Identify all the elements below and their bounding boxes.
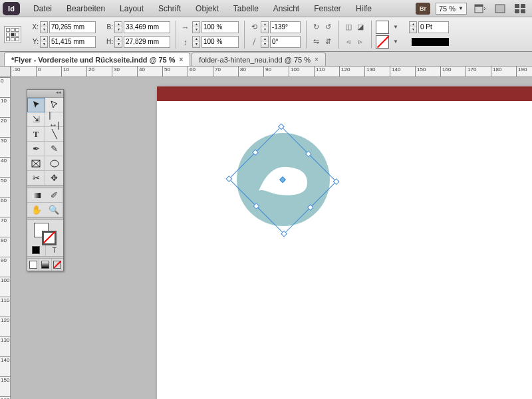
svg-rect-3 [495,5,505,13]
scissors-tool[interactable]: ✂ [27,171,45,186]
tools-titlebar[interactable]: ◂◂ [27,90,63,98]
chevron-down-icon: ▼ [458,5,464,11]
screen-mode-icon[interactable] [492,2,508,15]
menu-ansicht[interactable]: Ansicht [267,1,306,16]
pencil-tool[interactable]: ✎ [45,142,63,156]
svg-rect-12 [33,193,41,198]
flip-v-icon[interactable]: ⇵ [323,37,333,47]
handle-bl[interactable] [225,176,232,182]
select-container-icon[interactable]: ◫ [343,22,354,33]
y-input[interactable] [49,36,96,48]
doc-tab-label: *Flyer - Vorderseite und Rückseite.indd … [11,56,175,64]
chevron-down-icon[interactable]: ▼ [390,37,401,47]
shear-stepper[interactable]: ▴▾ [261,36,269,48]
horizontal-ruler[interactable]: -100102030405060708090100110120130140150… [11,66,532,77]
tools-panel: ◂◂ ⇲ |↔| T ╲ ✒ ✎ ✂ ✥ ✐ ✋ [27,89,64,271]
w-stepper[interactable]: ▴▾ [114,21,122,33]
doc-tab-folder[interactable]: folder-a3-hinten_neu.indd @ 75 % × [192,53,326,66]
shear-input[interactable] [270,36,301,48]
close-icon[interactable]: × [179,56,183,63]
apply-formatting-text-icon[interactable]: T [46,244,64,256]
gradient-mode-icon[interactable] [39,259,51,271]
flip-h-icon[interactable]: ⇋ [311,37,321,47]
rotate-input[interactable] [270,21,301,33]
zoom-tool[interactable]: 🔍 [45,203,63,217]
menu-layout[interactable]: Layout [113,1,150,16]
handle-tl[interactable] [278,123,285,130]
menu-hilfe[interactable]: Hilfe [349,1,378,16]
canvas[interactable]: ◂◂ ⇲ |↔| T ╲ ✒ ✎ ✂ ✥ ✐ ✋ [11,77,532,399]
menu-objekt[interactable]: Objekt [189,1,225,16]
handle-br[interactable] [281,231,287,237]
menu-bar: Id Datei Bearbeiten Layout Schrift Objek… [0,0,532,17]
none-mode-icon[interactable] [52,259,63,271]
handle-tr[interactable] [333,178,340,185]
arrange-icon[interactable] [512,2,528,15]
fill-swatch[interactable] [376,21,389,34]
gap-tool[interactable]: |↔| [45,112,63,127]
stroke-weight-input[interactable] [418,21,449,33]
rotate-stepper[interactable]: ▴▾ [261,21,269,33]
menu-datei[interactable]: Datei [27,1,59,16]
hand-tool[interactable]: ✋ [27,203,45,217]
pen-tool[interactable]: ✒ [27,142,45,156]
page-tool[interactable]: ⇲ [27,112,45,127]
normal-mode-icon[interactable] [27,259,39,271]
svg-point-11 [51,160,59,167]
scale-y-input[interactable] [201,36,239,48]
menu-bearbeiten[interactable]: Bearbeiten [60,1,112,16]
w-label: B: [104,23,113,31]
eyedropper-tool[interactable]: ✐ [45,188,63,203]
stroke-weight-stepper[interactable]: ▴▾ [409,21,417,33]
select-prev-icon[interactable]: ◃ [343,37,354,47]
x-label: X: [29,23,39,31]
stroke-proxy[interactable] [42,231,57,245]
workspace: -100102030405060708090100110120130140150… [0,66,532,399]
line-tool[interactable]: ╲ [45,127,63,142]
scale-x-input[interactable] [201,21,239,33]
close-icon[interactable]: × [315,56,319,63]
apply-color-icon[interactable] [27,244,46,256]
ruler-origin[interactable] [0,66,11,77]
fill-stroke-proxy[interactable] [27,220,63,244]
scale-y-stepper[interactable]: ▴▾ [192,36,200,48]
selection-tool[interactable] [27,98,45,112]
reference-point-widget[interactable] [4,26,21,43]
doc-tab-label: folder-a3-hinten_neu.indd @ 75 % [199,56,311,64]
handle-center[interactable] [279,176,286,183]
select-next-icon[interactable]: ▹ [355,37,366,47]
shear-icon: ⧸ [249,37,259,47]
menu-fenster[interactable]: Fenster [307,1,348,16]
rectangle-tool[interactable] [45,156,63,171]
vertical-ruler[interactable]: 0102030405060708090100110120130140150160 [0,77,11,399]
x-stepper[interactable]: ▴▾ [40,21,48,33]
doc-tab-flyer[interactable]: *Flyer - Vorderseite und Rückseite.indd … [4,53,190,66]
gradient-tool[interactable] [27,188,45,203]
page-header-bar [157,86,532,101]
menu-schrift[interactable]: Schrift [152,1,188,16]
transform-tool[interactable]: ✥ [45,171,63,186]
menu-tabelle[interactable]: Tabelle [227,1,265,16]
x-input[interactable] [49,21,96,33]
selection-bounding-box[interactable] [229,126,337,235]
h-input[interactable] [124,36,170,48]
handle-lm[interactable] [252,149,259,156]
zoom-level-combo[interactable]: 75 % ▼ [436,3,467,15]
rotate-cw-icon[interactable]: ↻ [311,22,321,33]
scale-x-stepper[interactable]: ▴▾ [192,21,200,33]
select-content-icon[interactable]: ◪ [355,22,366,33]
bridge-icon[interactable]: Br [416,3,430,15]
rotate-ccw-icon[interactable]: ↺ [323,22,333,33]
h-stepper[interactable]: ▴▾ [114,36,122,48]
y-stepper[interactable]: ▴▾ [40,36,48,48]
app-badge-icon: Id [3,2,20,15]
view-options-icon[interactable] [472,2,488,15]
svg-rect-4 [515,4,519,8]
stroke-swatch[interactable] [376,35,389,49]
w-input[interactable] [124,21,170,33]
rectangle-frame-tool[interactable] [27,156,45,171]
stroke-style-combo[interactable] [412,38,449,46]
type-tool[interactable]: T [27,127,45,142]
svg-rect-7 [521,9,525,13]
chevron-down-icon[interactable]: ▼ [390,22,401,33]
